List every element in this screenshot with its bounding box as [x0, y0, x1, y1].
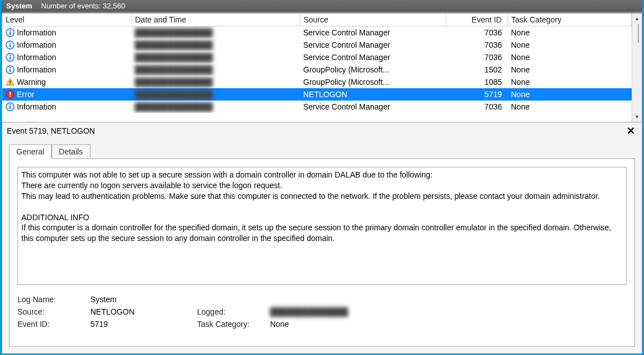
svg-rect-20	[10, 104, 11, 105]
row-level: Information	[17, 28, 56, 37]
svg-rect-19	[10, 106, 11, 109]
logged-value: ██████████████	[270, 307, 627, 316]
event-count: Number of events: 32,560	[41, 2, 125, 10]
row-event-id: 1085	[446, 76, 508, 88]
row-event-id: 7036	[446, 101, 508, 113]
svg-rect-16	[10, 92, 11, 95]
error-icon	[6, 90, 15, 99]
svg-rect-7	[10, 57, 11, 60]
row-task: None	[508, 76, 632, 88]
svg-rect-8	[10, 54, 11, 56]
svg-rect-2	[10, 30, 11, 31]
row-level: Information	[17, 65, 56, 74]
task-category-value: None	[270, 320, 627, 329]
scroll-down-button[interactable]: ▼	[632, 112, 642, 122]
info-icon	[6, 65, 15, 74]
event-grid[interactable]: Level Date and Time Source Event ID Task…	[2, 13, 642, 122]
source-label: Source:	[17, 307, 90, 316]
table-row[interactable]: Information██████████████Service Control…	[2, 101, 632, 113]
svg-rect-13	[10, 80, 11, 83]
col-date[interactable]: Date and Time	[131, 13, 300, 26]
column-headers[interactable]: Level Date and Time Source Event ID Task…	[2, 13, 632, 26]
row-source: GroupPolicy (Microsoft...	[300, 76, 446, 88]
row-date: ██████████████	[135, 102, 213, 111]
row-task: None	[508, 88, 632, 101]
tab-content: This computer was not able to set up a s…	[9, 158, 635, 347]
svg-rect-5	[10, 42, 11, 43]
table-row[interactable]: Information██████████████Service Control…	[2, 26, 632, 39]
tab-strip: General Details	[2, 139, 642, 158]
detail-title: Event 5719, NETLOGON	[7, 126, 95, 135]
close-icon[interactable]: ✕	[624, 125, 637, 137]
task-category-label: Task Category:	[197, 320, 270, 329]
row-source: GroupPolicy (Microsoft...	[300, 63, 446, 76]
row-level: Information	[17, 53, 56, 62]
event-description[interactable]: This computer was not able to set up a s…	[17, 167, 627, 285]
table-row[interactable]: Information██████████████GroupPolicy (Mi…	[2, 63, 632, 76]
row-source: NETLOGON	[300, 88, 446, 101]
svg-rect-17	[10, 95, 11, 97]
row-task: None	[508, 26, 632, 39]
row-event-id: 7036	[446, 26, 508, 39]
info-icon	[6, 28, 15, 37]
scroll-up-button[interactable]: ▲	[632, 13, 642, 24]
log-name: System	[6, 2, 32, 10]
row-source: Service Control Manager	[300, 101, 446, 113]
col-source[interactable]: Source	[300, 13, 446, 26]
row-source: Service Control Manager	[300, 39, 446, 51]
row-level: Information	[17, 102, 56, 111]
log-name-value: System	[90, 295, 197, 304]
row-event-id: 7036	[446, 51, 508, 63]
row-event-id: 7036	[446, 39, 508, 51]
row-task: None	[508, 39, 632, 51]
table-row[interactable]: Error██████████████NETLOGON5719None	[2, 88, 632, 101]
tab-general[interactable]: General	[9, 144, 52, 159]
log-name-label: Log Name:	[17, 295, 90, 304]
svg-rect-14	[10, 84, 11, 85]
logged-label: Logged:	[197, 307, 270, 316]
row-task: None	[508, 51, 632, 63]
row-task: None	[508, 63, 632, 76]
row-date: ██████████████	[135, 90, 213, 99]
table-row[interactable]: Warning██████████████GroupPolicy (Micros…	[2, 76, 632, 88]
tab-details[interactable]: Details	[52, 144, 90, 159]
row-source: Service Control Manager	[300, 51, 446, 63]
info-icon	[6, 53, 15, 62]
col-task-category[interactable]: Task Category	[508, 13, 632, 26]
event-id-label: Event ID:	[17, 320, 90, 329]
event-id-value: 5719	[90, 320, 197, 329]
event-properties: Log Name: System Source: NETLOGON Logged…	[17, 295, 627, 329]
source-value: NETLOGON	[90, 307, 197, 316]
col-level[interactable]: Level	[2, 13, 131, 26]
svg-rect-1	[10, 32, 11, 35]
svg-rect-11	[10, 67, 11, 68]
row-task: None	[508, 101, 632, 113]
table-row[interactable]: Information██████████████Service Control…	[2, 51, 632, 63]
row-date: ██████████████	[135, 65, 213, 74]
svg-rect-10	[10, 69, 11, 72]
table-row[interactable]: Information██████████████Service Control…	[2, 39, 632, 51]
row-event-id: 5719	[446, 88, 508, 101]
row-date: ██████████████	[135, 40, 213, 49]
scroll-thumb[interactable]	[638, 24, 639, 43]
row-date: ██████████████	[135, 78, 213, 87]
warn-icon	[6, 78, 15, 87]
row-date: ██████████████	[135, 53, 213, 62]
detail-pane: Event 5719, NETLOGON ✕ General Details T…	[2, 122, 642, 354]
info-icon	[6, 40, 15, 49]
col-event-id[interactable]: Event ID	[446, 13, 508, 26]
row-date: ██████████████	[135, 28, 213, 37]
row-level: Warning	[17, 78, 46, 87]
vertical-scrollbar[interactable]: ▲ ▼	[632, 13, 642, 122]
row-source: Service Control Manager	[300, 26, 446, 39]
row-level: Information	[17, 40, 56, 49]
row-event-id: 1502	[446, 63, 508, 76]
info-icon	[6, 102, 15, 111]
svg-rect-4	[10, 44, 11, 47]
log-header: System Number of events: 32,560	[2, 0, 642, 13]
row-level: Error	[17, 90, 34, 99]
